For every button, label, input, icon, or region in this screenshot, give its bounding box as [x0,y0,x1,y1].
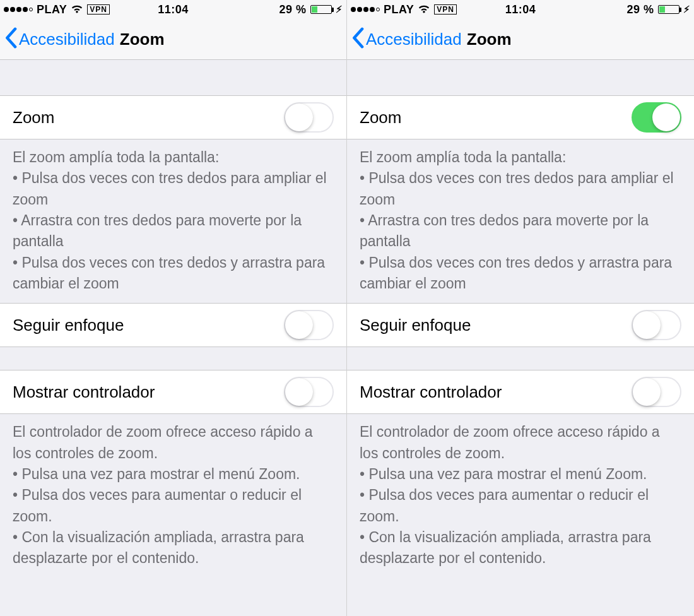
carrier-label: PLAY [384,3,414,16]
phone-right: PLAY VPN 11:04 29 % ⚡︎ Accesibilidad Zoo… [347,0,694,616]
zoom-help-text: El zoom amplía toda la pantalla: • Pulsa… [0,139,346,303]
status-bar: PLAY VPN 11:04 29 % ⚡︎ [0,0,346,19]
follow-focus-label: Seguir enfoque [13,316,124,335]
charging-icon: ⚡︎ [683,4,691,15]
carrier-label: PLAY [37,3,67,16]
show-controller-label: Mostrar controlador [360,382,502,402]
vpn-icon: VPN [434,4,457,15]
page-title: Zoom [120,30,165,49]
show-controller-row[interactable]: Mostrar controlador [0,370,346,414]
zoom-row[interactable]: Zoom [0,95,346,139]
battery-pct: 29 % [626,3,654,16]
zoom-toggle[interactable] [284,102,334,133]
show-controller-label: Mostrar controlador [13,382,155,402]
signal-icon [351,7,380,12]
signal-icon [4,7,33,12]
show-controller-toggle[interactable] [284,377,334,407]
status-bar: PLAY VPN 11:04 29 % ⚡︎ [347,0,694,19]
follow-focus-row[interactable]: Seguir enfoque [0,303,346,347]
zoom-row[interactable]: Zoom [347,95,694,139]
zoom-label: Zoom [360,108,401,127]
battery-pct: 29 % [279,3,306,16]
follow-focus-toggle[interactable] [632,310,681,340]
controller-help-text: El controlador de zoom ofrece acceso ráp… [347,414,694,578]
show-controller-row[interactable]: Mostrar controlador [347,370,694,414]
zoom-toggle[interactable] [632,102,681,133]
battery-icon [310,5,332,14]
wifi-icon [418,3,430,16]
follow-focus-label: Seguir enfoque [360,316,471,335]
nav-bar: Accesibilidad Zoom [347,19,694,60]
follow-focus-row[interactable]: Seguir enfoque [347,303,694,347]
nav-bar: Accesibilidad Zoom [0,19,346,60]
show-controller-toggle[interactable] [632,377,681,407]
back-button[interactable]: Accesibilidad [19,30,115,49]
back-chevron-icon[interactable] [351,27,365,51]
back-chevron-icon[interactable] [4,27,18,51]
phone-left: PLAY VPN 11:04 29 % ⚡︎ Accesibilidad Zoo… [0,0,347,616]
follow-focus-toggle[interactable] [284,310,334,340]
charging-icon: ⚡︎ [336,4,343,15]
page-title: Zoom [467,30,512,49]
zoom-help-text: El zoom amplía toda la pantalla: • Pulsa… [347,139,694,303]
vpn-icon: VPN [87,4,110,15]
controller-help-text: El controlador de zoom ofrece acceso ráp… [0,414,346,578]
wifi-icon [71,3,83,16]
battery-icon [658,5,679,14]
zoom-label: Zoom [13,108,54,127]
back-button[interactable]: Accesibilidad [366,30,462,49]
